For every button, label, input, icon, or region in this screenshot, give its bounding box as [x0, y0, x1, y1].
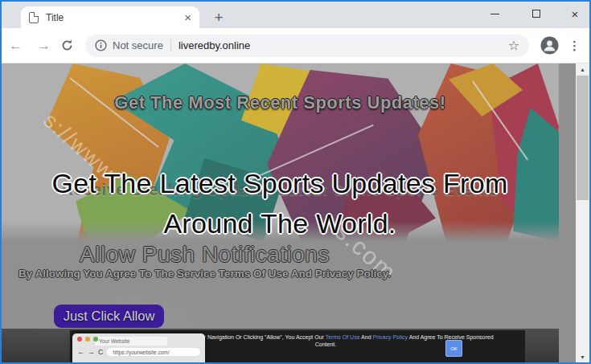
- mini-browser-tab: Your Website: [95, 337, 167, 346]
- back-button[interactable]: ←: [2, 39, 30, 52]
- main-headline: Get The Latest Sports Updates From Aroun…: [6, 163, 553, 243]
- info-icon[interactable]: [95, 39, 107, 51]
- mini-back-icon: ←: [77, 349, 84, 356]
- page-viewport: s://www s.com Get The Most Recent Sports…: [2, 63, 589, 362]
- consent-middle: And: [360, 334, 373, 340]
- minimize-icon: [490, 14, 499, 14]
- mini-browser-illustration: Your Website ← → C https://yourwebsite.c…: [72, 333, 205, 362]
- tab-close-icon[interactable]: ×: [184, 11, 191, 23]
- url-text[interactable]: liveredby.online: [179, 39, 508, 51]
- mini-browser-url: https://yourwebsite.com/: [107, 348, 201, 356]
- browser-window: Title × + × ← →: [0, 0, 591, 364]
- profile-avatar[interactable]: [540, 36, 559, 55]
- just-click-allow-button[interactable]: Just Click Allow: [54, 305, 164, 328]
- page-scrollbar[interactable]: ▲ ▼: [576, 63, 589, 362]
- window-close-button[interactable]: ×: [556, 2, 591, 26]
- terms-of-use-link[interactable]: Terms Of Use: [326, 334, 360, 340]
- browser-toolbar: ← → Not secure liveredby.online ☆: [2, 28, 589, 63]
- yellow-dot-icon: [85, 337, 90, 342]
- window-maximize-button[interactable]: [518, 2, 555, 26]
- security-label: Not secure: [113, 39, 163, 51]
- push-prompt-title: Allow Push Notifications: [2, 242, 408, 268]
- page-document-icon: [29, 12, 39, 23]
- mini-reload-icon: C: [98, 349, 104, 356]
- scrollbar-thumb[interactable]: [577, 76, 589, 200]
- browser-menu-icon[interactable]: ⋮: [568, 39, 581, 53]
- window-close-icon: ×: [572, 8, 579, 20]
- reload-icon: [60, 39, 74, 52]
- maximize-icon: [532, 10, 540, 18]
- omnibox-divider: [170, 39, 171, 52]
- new-tab-button[interactable]: +: [208, 7, 229, 28]
- tab-label: Title: [46, 12, 184, 23]
- green-dot-icon: [93, 337, 98, 342]
- mini-browser-navbar: ← → C https://yourwebsite.com/: [77, 348, 200, 356]
- tab-title[interactable]: Title ×: [21, 6, 199, 28]
- scroll-down-arrow[interactable]: ▼: [576, 351, 589, 362]
- mini-url-text: https://yourwebsite.com/: [113, 350, 170, 355]
- reload-button[interactable]: [60, 39, 74, 52]
- forward-button[interactable]: →: [30, 39, 58, 52]
- push-prompt-subtitle: By Allowing You Agree To The Service Ter…: [2, 268, 408, 280]
- plus-icon: +: [214, 9, 223, 27]
- ok-button[interactable]: OK: [445, 340, 462, 357]
- bookmark-star-icon[interactable]: ☆: [508, 39, 519, 52]
- tab-bar: Title × + ×: [2, 2, 589, 28]
- top-headline: Get The Most Recent Sports Updates!: [2, 92, 559, 113]
- mini-forward-icon: →: [88, 349, 95, 356]
- window-minimize-button[interactable]: [476, 2, 513, 26]
- scroll-up-arrow[interactable]: ▲: [576, 63, 589, 75]
- address-bar[interactable]: Not secure liveredby.online ☆: [85, 35, 529, 57]
- red-dot-icon: [77, 337, 82, 342]
- privacy-policy-link[interactable]: Privacy Policy: [373, 334, 408, 340]
- avatar-icon: [540, 36, 559, 55]
